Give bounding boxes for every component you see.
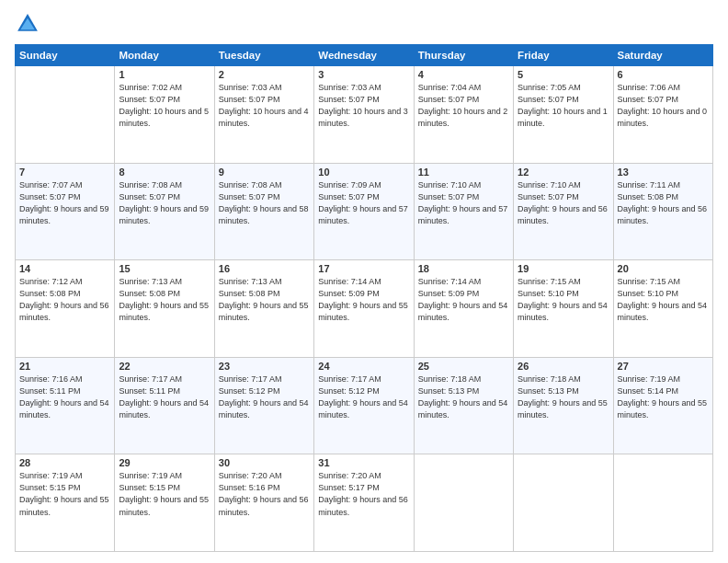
calendar-cell: 9Sunrise: 7:08 AMSunset: 5:07 PMDaylight… bbox=[214, 163, 313, 260]
day-info: Sunrise: 7:10 AMSunset: 5:07 PMDaylight:… bbox=[418, 179, 509, 227]
calendar-cell bbox=[514, 454, 613, 552]
day-number: 30 bbox=[219, 457, 310, 468]
day-number: 22 bbox=[119, 361, 210, 372]
day-info: Sunrise: 7:14 AMSunset: 5:09 PMDaylight:… bbox=[418, 276, 509, 324]
weekday-header: Sunday bbox=[16, 45, 115, 66]
day-number: 15 bbox=[119, 263, 210, 274]
day-number: 19 bbox=[518, 263, 609, 274]
day-number: 12 bbox=[518, 167, 609, 178]
day-number: 24 bbox=[318, 361, 409, 372]
calendar-cell: 12Sunrise: 7:10 AMSunset: 5:07 PMDayligh… bbox=[514, 163, 613, 260]
day-info: Sunrise: 7:17 AMSunset: 5:11 PMDaylight:… bbox=[119, 373, 210, 421]
day-info: Sunrise: 7:05 AMSunset: 5:07 PMDaylight:… bbox=[518, 82, 609, 130]
day-info: Sunrise: 7:13 AMSunset: 5:08 PMDaylight:… bbox=[219, 276, 310, 324]
day-info: Sunrise: 7:17 AMSunset: 5:12 PMDaylight:… bbox=[219, 373, 310, 421]
calendar-cell: 31Sunrise: 7:20 AMSunset: 5:17 PMDayligh… bbox=[314, 454, 414, 552]
day-number: 13 bbox=[618, 167, 709, 178]
day-number: 17 bbox=[318, 263, 409, 274]
calendar-cell: 24Sunrise: 7:17 AMSunset: 5:12 PMDayligh… bbox=[314, 357, 414, 454]
day-info: Sunrise: 7:11 AMSunset: 5:08 PMDaylight:… bbox=[618, 179, 709, 227]
calendar-cell: 10Sunrise: 7:09 AMSunset: 5:07 PMDayligh… bbox=[314, 163, 414, 260]
calendar-cell: 4Sunrise: 7:04 AMSunset: 5:07 PMDaylight… bbox=[414, 66, 513, 164]
day-info: Sunrise: 7:17 AMSunset: 5:12 PMDaylight:… bbox=[318, 373, 409, 421]
calendar-cell: 7Sunrise: 7:07 AMSunset: 5:07 PMDaylight… bbox=[16, 163, 115, 260]
calendar-cell: 16Sunrise: 7:13 AMSunset: 5:08 PMDayligh… bbox=[214, 260, 313, 358]
day-number: 28 bbox=[19, 457, 110, 468]
day-info: Sunrise: 7:18 AMSunset: 5:13 PMDaylight:… bbox=[518, 373, 609, 421]
day-info: Sunrise: 7:18 AMSunset: 5:13 PMDaylight:… bbox=[418, 373, 509, 421]
calendar-week-row: 7Sunrise: 7:07 AMSunset: 5:07 PMDaylight… bbox=[16, 163, 713, 260]
calendar-cell bbox=[414, 454, 513, 552]
day-info: Sunrise: 7:20 AMSunset: 5:17 PMDaylight:… bbox=[318, 470, 409, 518]
day-number: 18 bbox=[418, 263, 509, 274]
calendar-week-row: 1Sunrise: 7:02 AMSunset: 5:07 PMDaylight… bbox=[16, 66, 713, 164]
day-info: Sunrise: 7:15 AMSunset: 5:10 PMDaylight:… bbox=[518, 276, 609, 324]
calendar-cell: 18Sunrise: 7:14 AMSunset: 5:09 PMDayligh… bbox=[414, 260, 513, 358]
day-info: Sunrise: 7:10 AMSunset: 5:07 PMDaylight:… bbox=[518, 179, 609, 227]
day-info: Sunrise: 7:06 AMSunset: 5:07 PMDaylight:… bbox=[618, 82, 709, 130]
calendar-cell: 14Sunrise: 7:12 AMSunset: 5:08 PMDayligh… bbox=[16, 260, 115, 358]
day-number: 21 bbox=[19, 361, 110, 372]
day-number: 11 bbox=[418, 167, 509, 178]
calendar-cell: 19Sunrise: 7:15 AMSunset: 5:10 PMDayligh… bbox=[514, 260, 613, 358]
weekday-header: Thursday bbox=[414, 45, 513, 66]
day-info: Sunrise: 7:04 AMSunset: 5:07 PMDaylight:… bbox=[418, 82, 509, 130]
calendar-table: SundayMondayTuesdayWednesdayThursdayFrid… bbox=[15, 44, 713, 552]
day-number: 5 bbox=[518, 69, 609, 80]
weekday-header: Saturday bbox=[613, 45, 712, 66]
calendar-cell: 22Sunrise: 7:17 AMSunset: 5:11 PMDayligh… bbox=[115, 357, 214, 454]
weekday-header: Monday bbox=[115, 45, 214, 66]
day-number: 29 bbox=[119, 457, 210, 468]
logo-icon bbox=[15, 11, 40, 37]
day-number: 4 bbox=[418, 69, 509, 80]
day-number: 26 bbox=[518, 361, 609, 372]
day-info: Sunrise: 7:19 AMSunset: 5:14 PMDaylight:… bbox=[618, 373, 709, 421]
day-info: Sunrise: 7:15 AMSunset: 5:10 PMDaylight:… bbox=[618, 276, 709, 324]
logo bbox=[15, 11, 44, 37]
day-info: Sunrise: 7:14 AMSunset: 5:09 PMDaylight:… bbox=[318, 276, 409, 324]
calendar-cell: 21Sunrise: 7:16 AMSunset: 5:11 PMDayligh… bbox=[16, 357, 115, 454]
day-number: 7 bbox=[19, 167, 110, 178]
calendar-cell: 1Sunrise: 7:02 AMSunset: 5:07 PMDaylight… bbox=[115, 66, 214, 164]
weekday-header: Wednesday bbox=[314, 45, 414, 66]
calendar-week-row: 28Sunrise: 7:19 AMSunset: 5:15 PMDayligh… bbox=[16, 454, 713, 552]
calendar-cell bbox=[16, 66, 115, 164]
weekday-header: Friday bbox=[514, 45, 613, 66]
day-info: Sunrise: 7:02 AMSunset: 5:07 PMDaylight:… bbox=[119, 82, 210, 130]
calendar-cell: 6Sunrise: 7:06 AMSunset: 5:07 PMDaylight… bbox=[613, 66, 712, 164]
day-number: 27 bbox=[618, 361, 709, 372]
day-number: 3 bbox=[318, 69, 409, 80]
day-number: 23 bbox=[219, 361, 310, 372]
calendar-cell bbox=[613, 454, 712, 552]
calendar-cell: 23Sunrise: 7:17 AMSunset: 5:12 PMDayligh… bbox=[214, 357, 313, 454]
day-number: 9 bbox=[219, 167, 310, 178]
calendar-week-row: 14Sunrise: 7:12 AMSunset: 5:08 PMDayligh… bbox=[16, 260, 713, 358]
calendar-cell: 8Sunrise: 7:08 AMSunset: 5:07 PMDaylight… bbox=[115, 163, 214, 260]
day-info: Sunrise: 7:03 AMSunset: 5:07 PMDaylight:… bbox=[219, 82, 310, 130]
calendar-cell: 27Sunrise: 7:19 AMSunset: 5:14 PMDayligh… bbox=[613, 357, 712, 454]
day-number: 16 bbox=[219, 263, 310, 274]
weekday-header-row: SundayMondayTuesdayWednesdayThursdayFrid… bbox=[16, 45, 713, 66]
calendar-cell: 25Sunrise: 7:18 AMSunset: 5:13 PMDayligh… bbox=[414, 357, 513, 454]
weekday-header: Tuesday bbox=[214, 45, 313, 66]
day-number: 10 bbox=[318, 167, 409, 178]
day-info: Sunrise: 7:16 AMSunset: 5:11 PMDaylight:… bbox=[19, 373, 110, 421]
day-info: Sunrise: 7:19 AMSunset: 5:15 PMDaylight:… bbox=[119, 470, 210, 518]
day-number: 2 bbox=[219, 69, 310, 80]
calendar-cell: 30Sunrise: 7:20 AMSunset: 5:16 PMDayligh… bbox=[214, 454, 313, 552]
day-number: 25 bbox=[418, 361, 509, 372]
day-number: 1 bbox=[119, 69, 210, 80]
day-number: 31 bbox=[318, 457, 409, 468]
calendar-cell: 29Sunrise: 7:19 AMSunset: 5:15 PMDayligh… bbox=[115, 454, 214, 552]
calendar-cell: 26Sunrise: 7:18 AMSunset: 5:13 PMDayligh… bbox=[514, 357, 613, 454]
page: SundayMondayTuesdayWednesdayThursdayFrid… bbox=[0, 0, 728, 563]
day-info: Sunrise: 7:09 AMSunset: 5:07 PMDaylight:… bbox=[318, 179, 409, 227]
calendar-cell: 17Sunrise: 7:14 AMSunset: 5:09 PMDayligh… bbox=[314, 260, 414, 358]
calendar-cell: 20Sunrise: 7:15 AMSunset: 5:10 PMDayligh… bbox=[613, 260, 712, 358]
header bbox=[15, 11, 713, 37]
day-number: 6 bbox=[618, 69, 709, 80]
day-info: Sunrise: 7:07 AMSunset: 5:07 PMDaylight:… bbox=[19, 179, 110, 227]
day-info: Sunrise: 7:13 AMSunset: 5:08 PMDaylight:… bbox=[119, 276, 210, 324]
day-number: 20 bbox=[618, 263, 709, 274]
day-info: Sunrise: 7:19 AMSunset: 5:15 PMDaylight:… bbox=[19, 470, 110, 518]
